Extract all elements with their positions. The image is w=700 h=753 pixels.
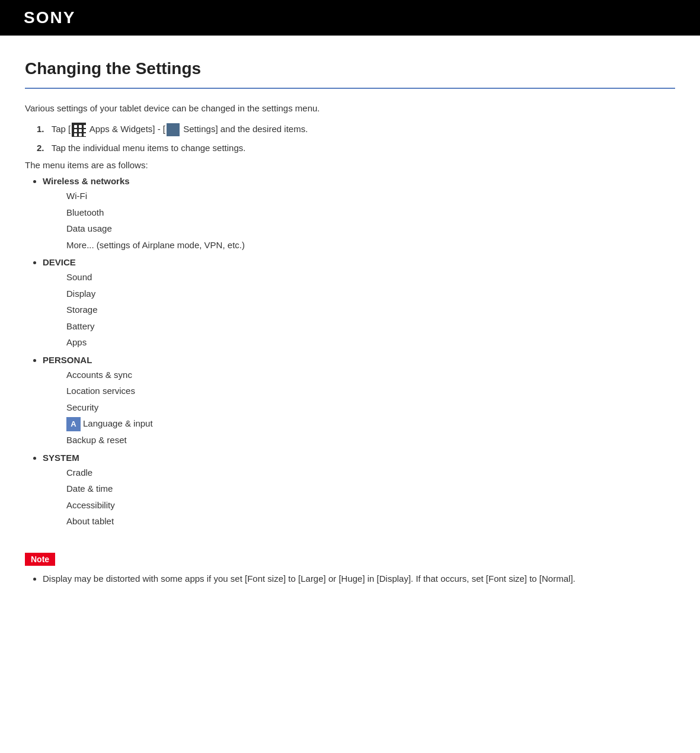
sony-logo: SONY [24,8,75,27]
language-icon: A [66,417,81,431]
list-item: Accessibility [66,498,675,513]
personal-sub-list: Accounts & sync Location services Securi… [66,367,675,448]
step-1-text-settings: Settings] and the desired items. [181,124,308,134]
wireless-sub-list: Wi-Fi Bluetooth Data usage More... (sett… [66,188,675,252]
list-item: Security [66,400,675,415]
list-item: More... (settings of Airplane mode, VPN,… [66,238,675,253]
list-item: Backup & reset [66,432,675,448]
list-item: Location services [66,383,675,399]
note-section: Note Display may be distorted with some … [25,553,675,586]
list-item: About tablet [66,514,675,529]
apps-widgets-icon [72,123,86,137]
category-personal-label: PERSONAL [43,355,92,365]
step-2-text: Tap the individual menu items to change … [52,143,246,153]
step-1-number: 1. [37,124,44,134]
category-wireless-label: Wireless & networks [43,176,130,186]
step-1: 1. Tap [ Apps & Widgets] - [ Settings] a… [37,123,675,137]
list-item-language: ALanguage & input [66,416,675,431]
steps-list: 1. Tap [ Apps & Widgets] - [ Settings] a… [37,123,675,153]
list-item: Apps [66,335,675,350]
list-item: Cradle [66,465,675,480]
list-item: Accounts & sync [66,367,675,383]
category-wireless: Wireless & networks Wi-Fi Bluetooth Data… [43,176,675,252]
category-device-label: DEVICE [43,257,76,267]
step-2-number: 2. [37,143,44,153]
list-item: Sound [66,270,675,285]
menu-intro: The menu items are as follows: [25,160,675,170]
menu-sections-list: Wireless & networks Wi-Fi Bluetooth Data… [43,176,675,529]
list-item: Wi-Fi [66,188,675,204]
note-list: Display may be distorted with some apps … [43,572,675,586]
list-item: Bluetooth [66,205,675,220]
section-divider [25,88,675,89]
device-sub-list: Sound Display Storage Battery Apps [66,270,675,350]
list-item: Battery [66,319,675,334]
category-system-label: SYSTEM [43,453,79,463]
note-badge: Note [25,553,55,566]
page-header: SONY [0,0,700,36]
list-item: Date & time [66,481,675,496]
main-content: Changing the Settings Various settings o… [0,36,700,610]
list-item: Storage [66,302,675,318]
step-1-text-apps: Apps & Widgets] - [ [90,124,165,134]
note-item: Display may be distorted with some apps … [43,572,675,586]
category-system: SYSTEM Cradle Date & time Accessibility … [43,453,675,529]
settings-icon [167,123,180,136]
category-device: DEVICE Sound Display Storage Battery App… [43,257,675,350]
category-personal: PERSONAL Accounts & sync Location servic… [43,355,675,448]
list-item: Data usage [66,221,675,236]
step-2: 2. Tap the individual menu items to chan… [37,143,675,153]
list-item: Display [66,286,675,302]
system-sub-list: Cradle Date & time Accessibility About t… [66,465,675,529]
language-label: Language & input [83,418,153,428]
page-title: Changing the Settings [25,59,675,78]
intro-text: Various settings of your tablet device c… [25,103,675,113]
